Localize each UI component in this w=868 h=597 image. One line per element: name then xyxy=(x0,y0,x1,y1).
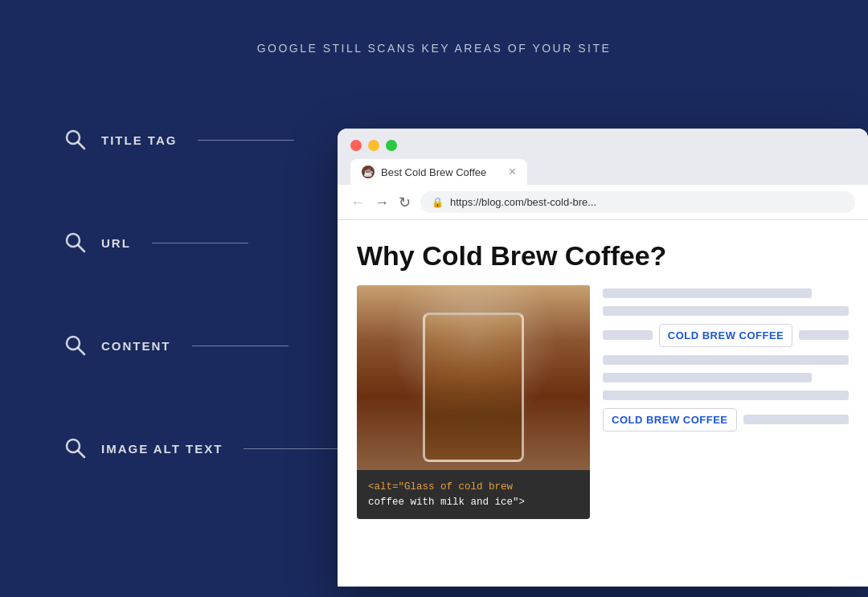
keyword-badge-2: COLD BREW COFFEE xyxy=(603,408,737,431)
search-icon xyxy=(64,334,87,357)
search-icon xyxy=(64,129,87,151)
alt-tag-text-1: <alt="Glass of cold brew xyxy=(368,481,513,493)
coffee-image xyxy=(357,285,590,470)
sidebar-label-image-alt: IMAGE ALT TEXT xyxy=(101,442,223,456)
search-icon xyxy=(64,231,87,254)
content-line xyxy=(603,355,849,365)
svg-line-5 xyxy=(78,348,84,354)
sidebar-label-title-tag: TITLE TAG xyxy=(101,133,177,147)
url-text: https://blog.com/best-cold-bre... xyxy=(450,196,596,208)
content-line xyxy=(603,288,812,298)
address-bar: ← → ↻ 🔒 https://blog.com/best-cold-bre..… xyxy=(338,185,868,220)
browser-chrome: Best Cold Brew Coffee × xyxy=(338,129,868,185)
lock-icon: 🔒 xyxy=(432,197,444,208)
svg-line-1 xyxy=(78,142,84,149)
keyword-row-1: COLD BREW COFFEE xyxy=(603,324,849,347)
content-line xyxy=(603,373,812,382)
content-line xyxy=(799,330,849,340)
content-area: <alt="Glass of cold brew coffee with mil… xyxy=(338,285,868,520)
page-heading: GOOGLE STILL SCANS KEY AREAS OF YOUR SIT… xyxy=(0,0,868,55)
address-field[interactable]: 🔒 https://blog.com/best-cold-bre... xyxy=(420,191,855,213)
browser-tab[interactable]: Best Cold Brew Coffee × xyxy=(350,159,527,185)
article-content-lines: COLD BREW COFFEE COLD BREW COFFEE xyxy=(603,285,849,520)
sidebar-divider xyxy=(152,243,248,243)
sidebar-item-title-tag: TITLE TAG xyxy=(64,129,340,191)
coffee-image-container: <alt="Glass of cold brew coffee with mil… xyxy=(357,285,590,520)
content-line xyxy=(603,306,849,316)
search-icon xyxy=(64,437,87,460)
sidebar-item-url: URL xyxy=(64,191,340,294)
sidebar-divider xyxy=(192,346,289,346)
sidebar-label-content: CONTENT xyxy=(101,339,171,353)
keyword-badge-1: COLD BREW COFFEE xyxy=(659,324,793,347)
sidebar-divider xyxy=(244,448,340,449)
tab-close-button[interactable]: × xyxy=(509,166,516,178)
refresh-button[interactable]: ↻ xyxy=(399,195,411,210)
alt-tag-box: <alt="Glass of cold brew coffee with mil… xyxy=(357,470,590,520)
keyword-row-2: COLD BREW COFFEE xyxy=(603,408,849,431)
window-controls xyxy=(350,140,855,151)
content-line xyxy=(743,415,850,424)
svg-line-7 xyxy=(78,451,84,457)
sidebar-item-content: CONTENT xyxy=(64,294,340,397)
sidebar-label-url: URL xyxy=(101,236,131,250)
sidebar-divider xyxy=(198,140,294,141)
content-line xyxy=(603,330,653,340)
minimize-dot[interactable] xyxy=(368,140,379,151)
content-line xyxy=(603,391,849,400)
close-dot[interactable] xyxy=(350,140,362,151)
sidebar: TITLE TAG URL CONTENT IMAGE ALT TEXT xyxy=(64,129,340,500)
back-button[interactable]: ← xyxy=(350,195,365,210)
maximize-dot[interactable] xyxy=(386,140,397,151)
browser-content: Why Cold Brew Coffee? <alt="Glass of col… xyxy=(338,220,868,587)
tab-title: Best Cold Brew Coffee xyxy=(381,166,502,178)
svg-line-3 xyxy=(78,245,84,251)
sidebar-item-image-alt: IMAGE ALT TEXT xyxy=(64,397,340,500)
tab-favicon xyxy=(362,166,375,178)
alt-tag-text-2: coffee with milk and ice"> xyxy=(368,497,525,508)
forward-button[interactable]: → xyxy=(375,195,389,210)
browser-window: Best Cold Brew Coffee × ← → ↻ 🔒 https://… xyxy=(338,129,868,587)
article-heading: Why Cold Brew Coffee? xyxy=(338,220,868,285)
